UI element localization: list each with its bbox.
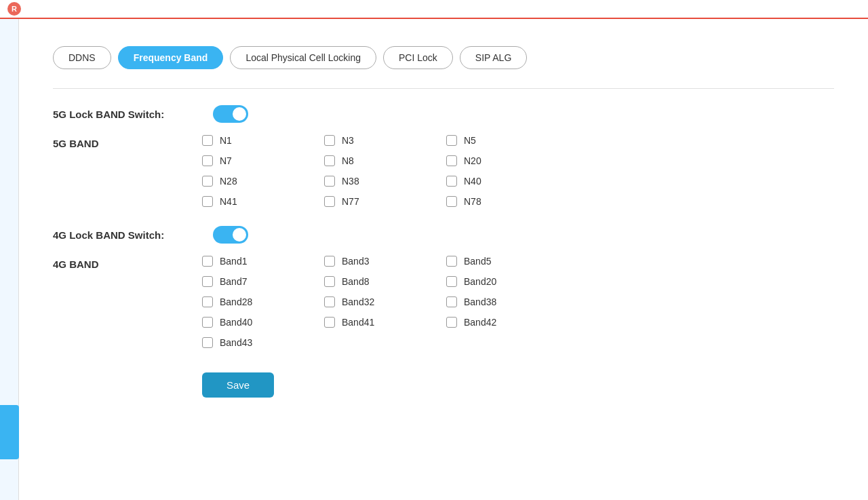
4g-lock-toggle[interactable]	[213, 226, 248, 244]
band-label-Band28: Band28	[220, 296, 252, 307]
checkbox-Band3[interactable]	[324, 256, 335, 267]
band-item-Band42: Band42	[446, 317, 568, 328]
5g-lock-toggle[interactable]	[213, 105, 248, 123]
band-label-N40: N40	[464, 176, 481, 187]
band-item-Band38: Band38	[446, 296, 568, 307]
tab-pci-lock[interactable]: PCI Lock	[383, 46, 453, 69]
band-item-Band41: Band41	[324, 317, 446, 328]
band-label-N5: N5	[464, 135, 476, 146]
band-label-Band40: Band40	[220, 317, 252, 328]
band-label-N41: N41	[220, 196, 237, 207]
checkbox-N40[interactable]	[446, 176, 457, 187]
sidebar	[0, 19, 19, 425]
band-item-N5: N5	[446, 135, 568, 146]
checkbox-N20[interactable]	[446, 155, 457, 166]
5g-band-label: 5G BAND	[53, 135, 202, 207]
band-item-N1: N1	[202, 135, 324, 146]
checkbox-Band40[interactable]	[202, 317, 213, 328]
checkbox-Band7[interactable]	[202, 276, 213, 287]
sidebar-accent	[0, 405, 19, 425]
band-label-N20: N20	[464, 155, 481, 166]
band-label-Band8: Band8	[342, 276, 369, 287]
band-item-N77: N77	[324, 196, 446, 207]
4g-band-label: 4G BAND	[53, 256, 202, 348]
band-item-Band1: Band1	[202, 256, 324, 267]
band-label-N28: N28	[220, 176, 237, 187]
checkbox-N38[interactable]	[324, 176, 335, 187]
checkbox-Band41[interactable]	[324, 317, 335, 328]
checkbox-N3[interactable]	[324, 135, 335, 146]
band-label-Band43: Band43	[220, 337, 252, 348]
checkbox-N41[interactable]	[202, 196, 213, 207]
5g-band-section: 5G BAND N1 N3 N5 N7 N8	[53, 135, 834, 207]
band-item-Band28: Band28	[202, 296, 324, 307]
checkbox-Band32[interactable]	[324, 296, 335, 307]
5g-lock-row: 5G Lock BAND Switch:	[53, 105, 834, 123]
band-item-N20: N20	[446, 155, 568, 166]
4g-lock-label: 4G Lock BAND Switch:	[53, 229, 202, 241]
band-label-Band1: Band1	[220, 256, 247, 267]
checkbox-Band28[interactable]	[202, 296, 213, 307]
band-item-Band43: Band43	[202, 337, 324, 348]
band-item-N7: N7	[202, 155, 324, 166]
checkbox-Band5[interactable]	[446, 256, 457, 267]
band-label-Band7: Band7	[220, 276, 247, 287]
band-item-Band7: Band7	[202, 276, 324, 287]
checkbox-Band42[interactable]	[446, 317, 457, 328]
tab-ddns[interactable]: DDNS	[53, 46, 111, 69]
tab-sip-alg[interactable]: SIP ALG	[460, 46, 527, 69]
checkbox-Band1[interactable]	[202, 256, 213, 267]
checkbox-Band38[interactable]	[446, 296, 457, 307]
band-label-Band42: Band42	[464, 317, 496, 328]
band-label-N7: N7	[220, 155, 232, 166]
band-item-N78: N78	[446, 196, 568, 207]
band-item-N3: N3	[324, 135, 446, 146]
checkbox-N1[interactable]	[202, 135, 213, 146]
band-item-Band3: Band3	[324, 256, 446, 267]
band-label-N8: N8	[342, 155, 354, 166]
band-label-Band5: Band5	[464, 256, 491, 267]
band-item-N8: N8	[324, 155, 446, 166]
tabs-container: DDNS Frequency Band Local Physical Cell …	[53, 46, 834, 69]
band-label-Band3: Band3	[342, 256, 369, 267]
checkbox-N5[interactable]	[446, 135, 457, 146]
band-label-N77: N77	[342, 196, 359, 207]
band-label-Band32: Band32	[342, 296, 374, 307]
save-button[interactable]: Save	[202, 372, 274, 398]
tab-frequency-band[interactable]: Frequency Band	[118, 46, 224, 69]
checkbox-Band20[interactable]	[446, 276, 457, 287]
band-item-Band8: Band8	[324, 276, 446, 287]
section-divider	[53, 88, 834, 89]
band-label-Band41: Band41	[342, 317, 374, 328]
band-item-Band32: Band32	[324, 296, 446, 307]
band-item-N41: N41	[202, 196, 324, 207]
band-item-N28: N28	[202, 176, 324, 187]
main-content: DDNS Frequency Band Local Physical Cell …	[19, 19, 868, 425]
checkbox-Band8[interactable]	[324, 276, 335, 287]
4g-band-grid: Band1 Band3 Band5 Band7 Band8 Band20	[202, 256, 568, 348]
tab-local-physical-cell-locking[interactable]: Local Physical Cell Locking	[230, 46, 376, 69]
checkbox-N7[interactable]	[202, 155, 213, 166]
band-item-N38: N38	[324, 176, 446, 187]
top-bar: R	[0, 0, 868, 19]
logo-icon: R	[7, 1, 22, 16]
band-item-N40: N40	[446, 176, 568, 187]
checkbox-N78[interactable]	[446, 196, 457, 207]
band-label-N1: N1	[220, 135, 232, 146]
checkbox-N77[interactable]	[324, 196, 335, 207]
5g-lock-label: 5G Lock BAND Switch:	[53, 109, 202, 120]
band-label-Band20: Band20	[464, 276, 496, 287]
svg-text:R: R	[12, 5, 17, 13]
4g-lock-slider	[213, 226, 248, 244]
checkbox-Band43[interactable]	[202, 337, 213, 348]
band-item-Band5: Band5	[446, 256, 568, 267]
5g-lock-slider	[213, 105, 248, 123]
band-label-N3: N3	[342, 135, 354, 146]
band-label-N78: N78	[464, 196, 481, 207]
band-item-Band40: Band40	[202, 317, 324, 328]
checkbox-N28[interactable]	[202, 176, 213, 187]
checkbox-N8[interactable]	[324, 155, 335, 166]
4g-lock-row: 4G Lock BAND Switch:	[53, 226, 834, 244]
band-label-N38: N38	[342, 176, 359, 187]
band-label-Band38: Band38	[464, 296, 496, 307]
